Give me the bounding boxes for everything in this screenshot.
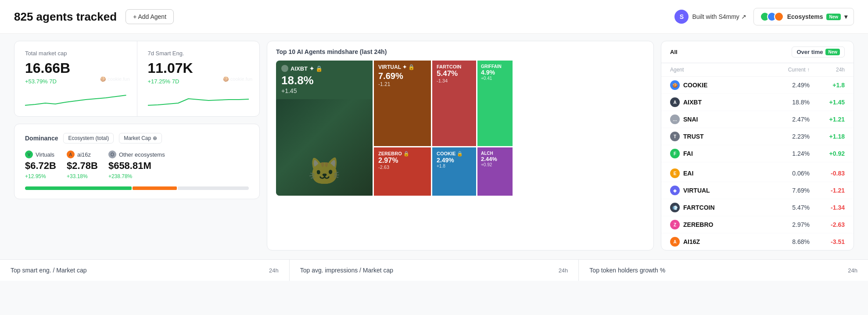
- avatar-zerebro: Z: [670, 220, 680, 229]
- avatar-fai: F: [670, 149, 680, 158]
- treemap-fartcoin: FARTCOIN 5.47% -1.34: [432, 61, 476, 146]
- virtual-change: -1.21: [378, 81, 427, 87]
- view-tabs: All: [670, 48, 678, 56]
- agent-name-eai: E EAI: [670, 168, 775, 178]
- virtual-24h: -1.21: [810, 187, 845, 194]
- avatar-trust: T: [670, 132, 680, 141]
- mindshare-title: Top 10 AI Agents mindshare (last 24h): [276, 48, 645, 55]
- bottom-label-3: Top token holders growth %: [589, 267, 665, 274]
- agent-row-fartcoin: 💨 FARTCOIN 5.47% -1.34: [661, 199, 854, 216]
- eco-avatar-3: [774, 12, 784, 21]
- agent-row-fai: F FAI 1.24% +0.92: [661, 145, 854, 162]
- market-cap-card: Total market cap 16.66B +53.79% 7D 🍪 coo…: [14, 41, 137, 116]
- agent-name-fartcoin: 💨 FARTCOIN: [670, 203, 775, 212]
- fartcoin-current: 5.47%: [775, 204, 810, 211]
- ecosystem-dropdown[interactable]: Ecosystem (total): [63, 133, 114, 143]
- ai16z-change: +33.18%: [67, 173, 98, 179]
- dom-virtuals-header: V Virtuals: [25, 150, 56, 158]
- over-time-button[interactable]: Over time New: [792, 47, 845, 57]
- agent-name-trust: T TRUST: [670, 132, 775, 141]
- over-time-label: Over time: [796, 49, 823, 55]
- dominance-card: Dominance Ecosystem (total) Market Cap ⊕…: [14, 124, 260, 199]
- aixbt-change: +1.45: [281, 87, 367, 94]
- avatar-snai: …: [670, 115, 680, 124]
- ecosystems-avatars: [760, 12, 784, 21]
- cookie-name: COOKIE: [683, 82, 707, 89]
- tab-all[interactable]: All: [670, 48, 678, 56]
- griffain-pct: 4.9%: [481, 69, 509, 76]
- bar-other: [178, 186, 249, 190]
- market-cap-chart: [25, 90, 126, 107]
- col-current: Current ↑: [775, 67, 810, 73]
- fai-24h: +0.92: [810, 150, 845, 157]
- cookie-label: COOKIE 🔒: [437, 151, 472, 157]
- smart-eng-card: 7d Smart Eng. 11.07K +17.25% 7D 🍪 cookie…: [137, 41, 260, 116]
- bottom-badge-1: 24h: [269, 267, 279, 274]
- griffain-change: +0.41: [481, 76, 509, 81]
- built-with-link[interactable]: S Built with S4mmy ↗: [674, 10, 746, 24]
- other-change: +238.78%: [108, 173, 165, 179]
- fartcoin-label: FARTCOIN: [437, 64, 472, 69]
- virtuals-icon: V: [25, 150, 33, 158]
- agent-row-aixbt: A AIXBT 18.8% +1.45: [661, 94, 854, 111]
- bottom-item-1: Top smart eng. / Market cap 24h: [0, 260, 290, 281]
- cookie-change: +1.8: [437, 164, 472, 168]
- aixbt-current: 18.8%: [775, 99, 810, 106]
- ecosystems-button[interactable]: Ecosystems New ▾: [753, 8, 854, 25]
- treemap: AIXBT ✦ 🔒 18.8% +1.45 🐱 VIRTUAL ✦ 🔒 7.69…: [276, 61, 645, 196]
- avatar-ai16z: A: [670, 237, 680, 247]
- agent-table-card: All Over time New Agent Current ↑ 24h 🍪 …: [661, 41, 854, 251]
- cat-icon: 🐱: [308, 156, 341, 187]
- dominance-title: Dominance: [25, 135, 58, 142]
- virtual-pct: 7.69%: [378, 71, 427, 81]
- treemap-alch: ALCH 2.44% +0.92: [477, 147, 513, 196]
- zerebro-24h: -2.63: [810, 221, 845, 228]
- col-agent: Agent: [670, 67, 775, 73]
- avatar-virtual: ◈: [670, 186, 680, 195]
- bottom-badge-3: 24h: [848, 267, 857, 274]
- col-24h: 24h: [810, 67, 845, 73]
- trust-current: 2.23%: [775, 133, 810, 140]
- right-panel: All Over time New Agent Current ↑ 24h 🍪 …: [661, 41, 854, 251]
- eai-name: EAI: [683, 170, 693, 177]
- avatar-aixbt: A: [670, 97, 680, 107]
- bottom-item-2: Top avg. impressions / Market cap 24h: [290, 260, 579, 281]
- agent-row-virtual: ◈ VIRTUAL 7.69% -1.21: [661, 182, 854, 199]
- zerebro-label: ZEREBRO 🔒: [378, 151, 427, 157]
- agent-name-cookie: 🍪 COOKIE: [670, 80, 775, 90]
- virtual-current: 7.69%: [775, 187, 810, 194]
- ecosystems-new-badge: New: [826, 14, 841, 20]
- fai-current: 1.24%: [775, 150, 810, 157]
- dom-virtuals: V Virtuals $6.72B +12.95%: [25, 150, 56, 179]
- ecosystems-label: Ecosystems: [787, 13, 823, 20]
- snai-24h: +1.21: [810, 116, 845, 123]
- avatar-fartcoin: 💨: [670, 203, 680, 212]
- agent-name-fai: F FAI: [670, 149, 775, 158]
- market-cap-value: 16.66B: [25, 60, 126, 76]
- agent-table-cols: Agent Current ↑ 24h: [661, 63, 854, 77]
- zerebro-name: ZEREBRO: [683, 221, 713, 228]
- smart-eng-chart: [148, 90, 249, 107]
- snai-current: 2.47%: [775, 116, 810, 123]
- ai16z-name: ai16z: [77, 151, 91, 158]
- page-title: 825 agents tracked: [14, 10, 117, 24]
- zerebro-change: -2.63: [378, 165, 427, 170]
- agent-row-ai16z: A AI16Z 8.68% -3.51: [661, 233, 854, 250]
- chevron-down-icon: ▾: [844, 13, 847, 20]
- cookie-current: 2.49%: [775, 82, 810, 89]
- add-agent-button[interactable]: + Add Agent: [126, 9, 174, 24]
- dom-other: O Other ecosystems $658.81M +238.78%: [108, 150, 165, 179]
- agent-name-virtual: ◈ VIRTUAL: [670, 186, 775, 195]
- cookie-24h: +1.8: [810, 82, 845, 89]
- griffain-label: GRIFFAIN: [481, 64, 509, 69]
- aixbt-pct: 18.8%: [281, 74, 367, 87]
- alch-change: +0.92: [481, 162, 509, 167]
- alch-pct: 2.44%: [481, 156, 509, 162]
- virtual-name: VIRTUAL: [683, 187, 710, 194]
- bottom-bar: Top smart eng. / Market cap 24h Top avg.…: [0, 259, 868, 281]
- marketcap-dropdown[interactable]: Market Cap ⊕: [119, 133, 162, 143]
- bottom-item-3: Top token holders growth % 24h: [579, 260, 868, 281]
- virtuals-change: +12.95%: [25, 173, 56, 179]
- agent-row-trust: T TRUST 2.23% +1.18: [661, 128, 854, 145]
- agent-name-aixbt: A AIXBT: [670, 97, 775, 107]
